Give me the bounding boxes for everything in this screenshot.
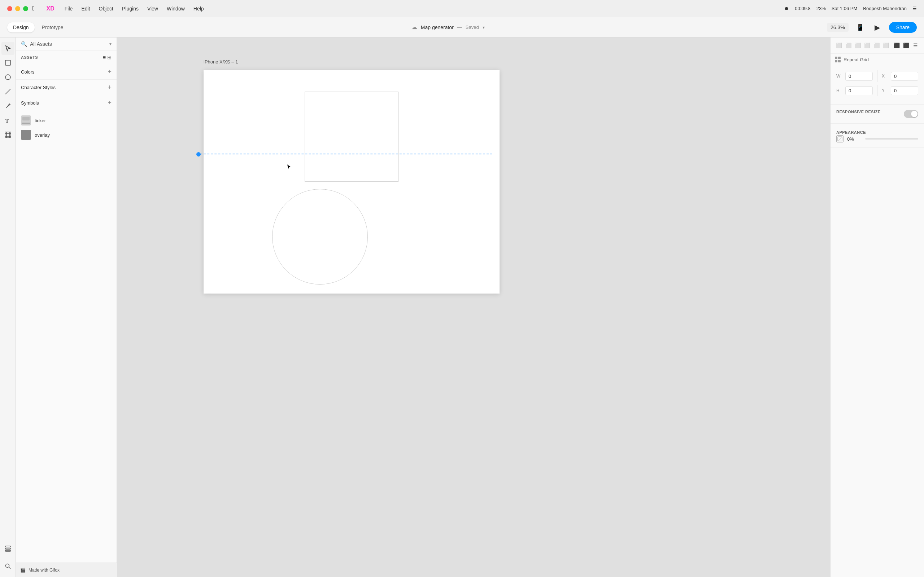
- opacity-icon: [836, 135, 843, 142]
- toolbar-tabs: Design Prototype: [7, 23, 69, 32]
- add-symbol-button[interactable]: +: [108, 100, 111, 106]
- menubar:  XD File Edit Object Plugins View Windo…: [0, 0, 924, 17]
- list-view-button[interactable]: ≡: [103, 55, 106, 60]
- assets-panel: 🔍 All Assets ▾ ASSETS ≡ ⊞ Colors + Chara…: [16, 37, 117, 577]
- pen-tool[interactable]: [2, 100, 15, 113]
- appearance-section: APPEARANCE 0%: [830, 124, 924, 148]
- minimize-button[interactable]: [15, 6, 20, 11]
- svg-line-16: [838, 137, 842, 141]
- device-preview-icon[interactable]: 📱: [855, 22, 866, 33]
- close-button[interactable]: [7, 6, 12, 11]
- align-center-h-icon[interactable]: ⬜: [844, 40, 852, 50]
- list-item[interactable]: overlay: [21, 128, 111, 142]
- symbols-section-title: Symbols: [21, 100, 108, 106]
- menu-icon[interactable]: ☰: [913, 6, 917, 11]
- add-color-button[interactable]: +: [108, 69, 111, 75]
- search-label[interactable]: All Assets: [30, 41, 107, 47]
- appearance-label: APPEARANCE: [836, 130, 866, 134]
- layers-panel-icon[interactable]: [2, 542, 15, 555]
- artboard-label: iPhone X/XS – 1: [204, 59, 238, 64]
- width-input[interactable]: 0: [845, 72, 873, 81]
- colors-section-header[interactable]: Colors +: [16, 64, 116, 79]
- svg-point-10: [5, 564, 9, 567]
- doc-title: Map generator: [421, 24, 454, 30]
- align-right-icon[interactable]: ⬜: [854, 40, 861, 50]
- align-bottom-icon[interactable]: ⬜: [882, 40, 890, 50]
- align-top-icon[interactable]: ⬜: [863, 40, 871, 50]
- tab-prototype[interactable]: Prototype: [36, 23, 69, 32]
- x-label: X: [882, 74, 887, 79]
- menu-plugins[interactable]: Plugins: [122, 6, 139, 11]
- svg-rect-13: [5, 548, 10, 549]
- gifox-bar: 🎬 Made with Gifox: [16, 562, 117, 577]
- assets-view-buttons: ≡ ⊞: [103, 55, 111, 60]
- svg-rect-12: [5, 550, 10, 551]
- canvas-area[interactable]: iPhone X/XS – 1: [117, 37, 830, 577]
- search-icon: 🔍: [21, 41, 27, 47]
- menu-window[interactable]: Window: [167, 6, 185, 11]
- assets-search-bar: 🔍 All Assets ▾: [16, 37, 116, 51]
- circle-element[interactable]: [272, 189, 368, 285]
- artboard-tool[interactable]: [2, 128, 15, 141]
- toolbar: Design Prototype ☁ Map generator — Saved…: [0, 17, 924, 37]
- dimensions-section: W 0 X 0 H 0 Y 0: [830, 65, 924, 105]
- symbol-overlay-preview: [21, 130, 31, 140]
- search-chevron-icon[interactable]: ▾: [109, 42, 111, 47]
- menubar-left:  XD File Edit Object Plugins View Windo…: [32, 5, 475, 12]
- more-options-icon[interactable]: ☰: [912, 40, 920, 50]
- align-center-v-icon[interactable]: ⬜: [872, 40, 880, 50]
- doc-status: Saved: [465, 24, 479, 30]
- svg-rect-0: [5, 60, 10, 65]
- share-button[interactable]: Share: [889, 22, 917, 33]
- text-tool[interactable]: T: [2, 114, 15, 127]
- timer: 00:09.8: [795, 6, 810, 11]
- menu-view[interactable]: View: [147, 6, 158, 11]
- y-input[interactable]: 0: [891, 86, 918, 95]
- artboard[interactable]: [204, 70, 499, 293]
- toolbar-right: 26.3% 📱 ▶ Share: [827, 22, 917, 33]
- y-label: Y: [882, 88, 887, 93]
- align-left-icon[interactable]: ⬜: [835, 40, 843, 50]
- search-tool[interactable]: [2, 560, 15, 573]
- opacity-slider[interactable]: [865, 138, 918, 140]
- x-input[interactable]: 0: [891, 72, 918, 81]
- grid-view-button[interactable]: ⊞: [107, 55, 111, 60]
- add-character-style-button[interactable]: +: [108, 84, 111, 90]
- properties-panel: ⬜ ⬜ ⬜ ⬜ ⬜ ⬜ ⬛ ⬛ ☰ Repeat Grid W 0: [830, 37, 924, 577]
- menu-object[interactable]: Object: [99, 6, 113, 11]
- colors-section: Colors +: [16, 64, 116, 80]
- distribute-h-icon[interactable]: ⬛: [893, 40, 901, 50]
- ellipse-tool[interactable]: [2, 71, 15, 84]
- play-icon[interactable]: ▶: [872, 22, 883, 33]
- menu-help[interactable]: Help: [194, 6, 204, 11]
- battery: 23%: [816, 6, 826, 11]
- svg-line-2: [5, 89, 10, 94]
- responsive-resize-toggle[interactable]: [904, 110, 918, 118]
- svg-rect-14: [5, 546, 10, 547]
- rectangle-tool[interactable]: [2, 56, 15, 69]
- datetime: Sat 1:06 PM: [832, 6, 858, 11]
- select-tool[interactable]: [2, 42, 15, 55]
- assets-header: ASSETS ≡ ⊞: [16, 51, 116, 64]
- divider2: [877, 85, 877, 96]
- tab-design[interactable]: Design: [7, 23, 35, 32]
- line-tool[interactable]: [2, 85, 15, 98]
- symbols-section-header[interactable]: Symbols +: [16, 95, 116, 110]
- maximize-button[interactable]: [23, 6, 28, 11]
- rectangle-element[interactable]: [305, 92, 399, 182]
- gifox-label: Made with Gifox: [29, 567, 60, 573]
- character-styles-title: Character Styles: [21, 85, 108, 90]
- height-input[interactable]: 0: [845, 86, 873, 95]
- list-item[interactable]: ticker: [21, 113, 111, 128]
- props-toolbar: ⬜ ⬜ ⬜ ⬜ ⬜ ⬜ ⬛ ⬛ ☰: [830, 37, 924, 54]
- distribute-v-icon[interactable]: ⬛: [902, 40, 910, 50]
- zoom-control[interactable]: 26.3%: [827, 23, 848, 32]
- repeat-grid-button[interactable]: Repeat Grid: [830, 54, 924, 65]
- status-chevron[interactable]: ▾: [483, 25, 485, 30]
- menu-file[interactable]: File: [65, 6, 73, 11]
- apple-logo: : [32, 5, 35, 12]
- character-styles-header[interactable]: Character Styles +: [16, 80, 116, 95]
- menu-edit[interactable]: Edit: [81, 6, 90, 11]
- toolbar-center: ☁ Map generator — Saved ▾: [76, 24, 820, 31]
- svg-rect-5: [5, 132, 11, 138]
